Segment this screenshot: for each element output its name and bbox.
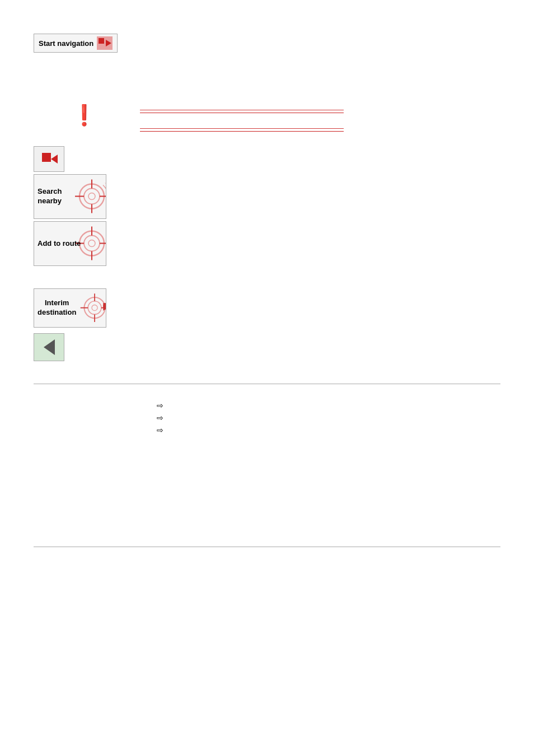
warning-icon: ❗ <box>72 105 97 125</box>
back-icon-button[interactable] <box>34 146 64 172</box>
svg-marker-22 <box>103 305 106 310</box>
arrow-icon: ⇨ <box>157 413 163 422</box>
list-item: ⇨ <box>157 401 500 410</box>
list-item: ⇨ <box>157 413 500 422</box>
list-item: ⇨ <box>157 426 500 435</box>
interim-destination-label: Interimdestination <box>38 298 76 318</box>
add-to-route-label: Add to route <box>38 239 81 248</box>
arrow-icon: ⇨ <box>157 426 163 435</box>
back-icon <box>41 152 58 166</box>
arrow-icon: ⇨ <box>157 401 163 410</box>
search-nearby-icon <box>74 178 106 214</box>
start-navigation-label: Start navigation <box>39 39 93 48</box>
warning-line1: ———————————————————————————— <box>140 103 500 116</box>
add-to-route-button[interactable]: Add to route <box>34 221 106 266</box>
final-divider <box>34 547 500 547</box>
search-nearby-button[interactable]: Searchnearby <box>34 174 106 219</box>
svg-point-8 <box>84 235 100 251</box>
svg-point-9 <box>88 240 95 246</box>
warning-text-block: ———————————————————————————— ———————————… <box>134 103 500 135</box>
warning-section: ❗ ———————————————————————————— —————————… <box>34 103 500 135</box>
interim-destination-icon <box>79 292 106 323</box>
svg-point-16 <box>92 305 97 310</box>
svg-point-2 <box>88 193 95 199</box>
interim-destination-button[interactable]: Interimdestination <box>34 288 106 328</box>
triangle-back-button[interactable] <box>34 333 64 361</box>
navigation-icon <box>97 36 113 50</box>
bottom-divider <box>34 384 500 384</box>
start-navigation-button[interactable]: Start navigation <box>34 34 118 53</box>
svg-point-15 <box>88 301 101 315</box>
svg-point-1 <box>84 188 100 204</box>
search-nearby-label: Searchnearby <box>38 187 62 206</box>
bottom-section: ⇨ ⇨ ⇨ <box>34 401 500 435</box>
buttons-area: Searchnearby Add to route <box>34 146 500 277</box>
bullet-list: ⇨ ⇨ ⇨ <box>34 401 500 435</box>
warning-line2: ———————————————————————————— <box>140 122 500 134</box>
triangle-arrow-icon <box>44 339 55 355</box>
